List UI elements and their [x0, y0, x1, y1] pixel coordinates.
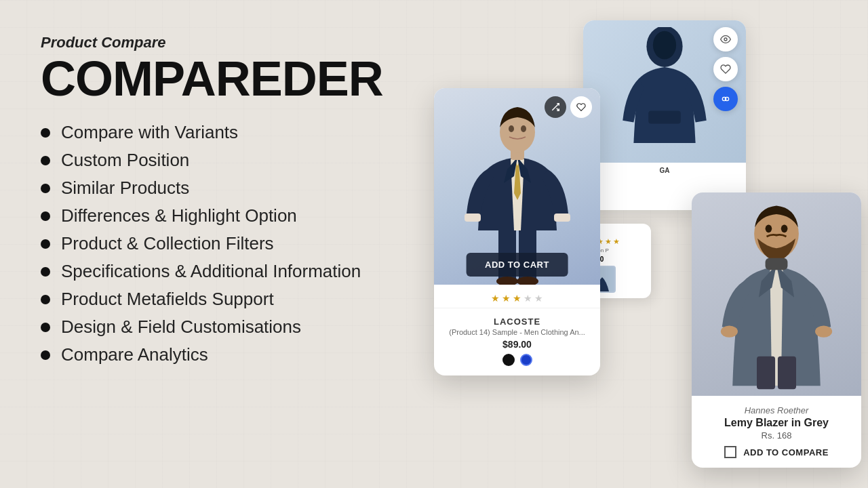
feature-label: Design & Field Customisations [61, 317, 301, 338]
lacoste-price: $89.00 [443, 339, 591, 350]
feature-label: Product Metafields Support [61, 289, 274, 310]
card-back-icons [713, 27, 738, 111]
lacoste-brand: LACOSTE [443, 317, 591, 327]
svg-rect-25 [766, 258, 788, 270]
svg-rect-12 [554, 214, 570, 222]
bullet-icon [41, 295, 50, 304]
main-title: COMPAREDER [41, 54, 448, 103]
star-2: ★ [502, 293, 511, 304]
bullet-icon [41, 211, 50, 221]
star-4: ★ [613, 237, 620, 246]
svg-point-19 [721, 325, 738, 337]
feature-label: Product & Collection Filters [61, 233, 274, 254]
heart-icon-button[interactable] [713, 57, 738, 81]
svg-rect-27 [778, 357, 796, 389]
svg-point-3 [724, 38, 727, 41]
left-panel: Product Compare COMPAREDER Compare with … [41, 34, 448, 365]
card-right-blazer: Hannes Roether Lemy Blazer in Grey Rs. 1… [692, 192, 861, 468]
card-back-image [583, 20, 746, 163]
card-right-info: Hannes Roether Lemy Blazer in Grey Rs. 1… [692, 396, 861, 468]
compare-action-button[interactable] [545, 96, 566, 118]
feature-label: Differences & Highlight Option [61, 205, 297, 226]
card-right-image [692, 192, 861, 396]
color-swatches [443, 354, 591, 366]
card-back-brand: GA [656, 163, 674, 178]
bullet-icon [41, 350, 50, 360]
product-title: Lemy Blazer in Grey [703, 417, 850, 429]
feature-label: Compare with Variants [61, 122, 238, 143]
compare-checkbox[interactable] [724, 446, 736, 458]
right-panel: GA GA ★ ★ ★ ★ mpton P $440 [420, 0, 868, 488]
svg-point-20 [815, 325, 832, 337]
feature-item-specifications: Specifications & Additional Information [41, 261, 448, 282]
svg-rect-11 [465, 214, 481, 222]
svg-point-15 [509, 125, 514, 132]
bullet-icon [41, 184, 50, 193]
svg-point-24 [781, 225, 788, 233]
feature-label: Specifications & Additional Information [61, 261, 361, 282]
blazer-svg [705, 196, 848, 392]
lacoste-product-name: (Product 14) Sample - Men Clothing An... [443, 328, 591, 336]
bullet-icon [41, 128, 50, 138]
star-3: ★ [513, 293, 521, 304]
card-main-actions [545, 96, 592, 118]
svg-rect-1 [648, 111, 681, 124]
feature-item-compare-variants: Compare with Variants [41, 122, 448, 143]
hoodie-svg [617, 27, 712, 156]
subtitle: Product Compare [41, 34, 448, 52]
feature-item-custom-position: Custom Position [41, 150, 448, 171]
features-list: Compare with Variants Custom Position Si… [41, 122, 448, 365]
feature-label: Custom Position [61, 150, 189, 171]
wishlist-action-button[interactable] [570, 96, 592, 118]
card-main-info: LACOSTE (Product 14) Sample - Men Clothi… [434, 308, 600, 375]
designer-name: Hannes Roether [703, 405, 850, 415]
product-price-rs: Rs. 168 [703, 430, 850, 441]
feature-item-differences-highlight: Differences & Highlight Option [41, 205, 448, 226]
feature-item-analytics: Compare Analytics [41, 344, 448, 365]
svg-point-16 [521, 125, 526, 132]
svg-point-23 [766, 225, 772, 233]
feature-item-metafields: Product Metafields Support [41, 289, 448, 310]
rating-stars: ★ ★ ★ ★ ★ [434, 285, 600, 304]
star-3: ★ [605, 237, 612, 246]
add-to-compare-label[interactable]: ADD TO COMPARE [743, 447, 829, 458]
feature-item-similar-products: Similar Products [41, 178, 448, 199]
card-back-hoodie: GA [583, 20, 746, 210]
feature-label: Compare Analytics [61, 344, 208, 365]
compare-icon-button[interactable] [713, 87, 738, 111]
bullet-icon [41, 156, 50, 165]
card-main-lacoste: ADD TO CART ★ ★ ★ ★ ★ LACOSTE (Product 1… [434, 88, 600, 375]
card-main-image: ADD TO CART [434, 88, 600, 285]
bullet-icon [41, 267, 50, 277]
feature-item-product-collection: Product & Collection Filters [41, 233, 448, 254]
star-5: ★ [534, 293, 543, 304]
star-4: ★ [524, 293, 532, 304]
feature-item-design-field: Design & Field Customisations [41, 317, 448, 338]
feature-label: Similar Products [61, 178, 189, 199]
compare-row: ADD TO COMPARE [703, 446, 850, 458]
star-1: ★ [491, 293, 500, 304]
bullet-icon [41, 323, 50, 332]
bullet-icon [41, 239, 50, 249]
partial-brand-name: GA [660, 167, 670, 174]
swatch-black[interactable] [502, 354, 515, 366]
swatch-blue[interactable] [520, 354, 532, 366]
eye-icon-button[interactable] [713, 27, 738, 52]
svg-point-2 [653, 31, 676, 60]
add-to-cart-button[interactable]: ADD TO CART [466, 253, 568, 277]
svg-rect-26 [757, 357, 775, 389]
